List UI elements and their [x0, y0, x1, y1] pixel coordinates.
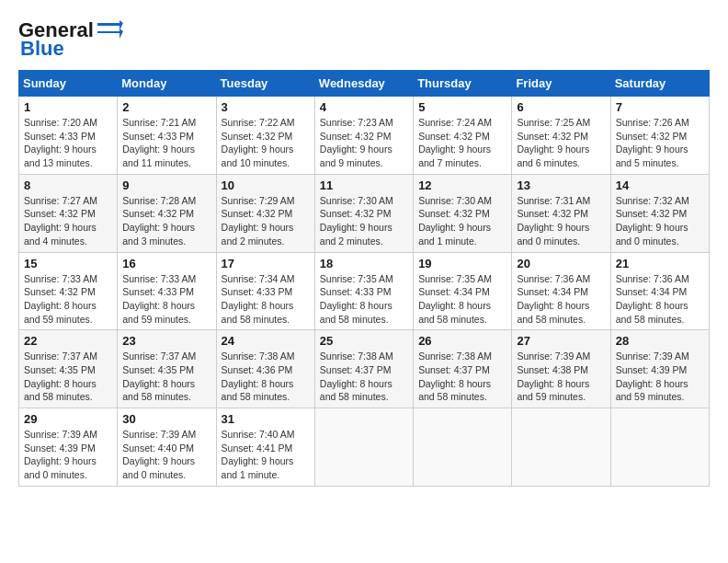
day-info: Sunrise: 7:34 AM Sunset: 4:33 PM Dayligh… [222, 272, 310, 327]
col-header-saturday: Saturday [610, 71, 709, 97]
day-info: Sunrise: 7:24 AM Sunset: 4:32 PM Dayligh… [418, 116, 506, 170]
calendar-week-3: 15Sunrise: 7:33 AM Sunset: 4:32 PM Dayli… [19, 252, 710, 330]
day-info: Sunrise: 7:38 AM Sunset: 4:37 PM Dayligh… [320, 350, 408, 404]
day-number: 4 [320, 100, 408, 114]
day-number: 22 [24, 334, 112, 348]
day-info: Sunrise: 7:30 AM Sunset: 4:32 PM Dayligh… [320, 194, 408, 248]
logo-text-blue: Blue [20, 37, 64, 61]
day-number: 23 [122, 334, 210, 348]
day-number: 18 [320, 257, 408, 270]
day-info: Sunrise: 7:39 AM Sunset: 4:40 PM Dayligh… [122, 428, 210, 482]
day-info: Sunrise: 7:23 AM Sunset: 4:32 PM Dayligh… [320, 116, 408, 170]
day-info: Sunrise: 7:20 AM Sunset: 4:33 PM Dayligh… [24, 116, 112, 170]
calendar-cell: 19Sunrise: 7:35 AM Sunset: 4:34 PM Dayli… [414, 252, 512, 330]
calendar-cell [610, 408, 709, 487]
calendar-cell: 8Sunrise: 7:27 AM Sunset: 4:32 PM Daylig… [19, 174, 118, 252]
calendar-cell: 2Sunrise: 7:21 AM Sunset: 4:33 PM Daylig… [118, 97, 216, 175]
calendar-cell: 1Sunrise: 7:20 AM Sunset: 4:33 PM Daylig… [19, 97, 118, 175]
calendar-week-5: 29Sunrise: 7:39 AM Sunset: 4:39 PM Dayli… [19, 408, 710, 487]
day-number: 19 [418, 257, 506, 270]
calendar-cell: 5Sunrise: 7:24 AM Sunset: 4:32 PM Daylig… [414, 97, 512, 175]
col-header-monday: Monday [118, 71, 216, 97]
calendar-cell: 11Sunrise: 7:30 AM Sunset: 4:32 PM Dayli… [314, 174, 413, 252]
day-info: Sunrise: 7:27 AM Sunset: 4:32 PM Dayligh… [24, 194, 112, 248]
calendar-cell: 15Sunrise: 7:33 AM Sunset: 4:32 PM Dayli… [19, 252, 118, 330]
col-header-wednesday: Wednesday [314, 71, 413, 97]
calendar-cell: 25Sunrise: 7:38 AM Sunset: 4:37 PM Dayli… [314, 330, 413, 408]
day-info: Sunrise: 7:39 AM Sunset: 4:38 PM Dayligh… [517, 350, 605, 404]
calendar-header-row: SundayMondayTuesdayWednesdayThursdayFrid… [19, 71, 710, 97]
day-info: Sunrise: 7:21 AM Sunset: 4:33 PM Dayligh… [122, 116, 210, 170]
day-number: 13 [517, 178, 605, 192]
day-number: 14 [616, 178, 704, 192]
calendar-cell: 22Sunrise: 7:37 AM Sunset: 4:35 PM Dayli… [19, 330, 118, 408]
page-header: General Blue [18, 18, 710, 61]
day-number: 26 [418, 334, 506, 348]
calendar-cell: 13Sunrise: 7:31 AM Sunset: 4:32 PM Dayli… [512, 174, 610, 252]
calendar-cell: 14Sunrise: 7:32 AM Sunset: 4:32 PM Dayli… [610, 174, 709, 252]
calendar-cell: 16Sunrise: 7:33 AM Sunset: 4:33 PM Dayli… [118, 252, 216, 330]
col-header-tuesday: Tuesday [216, 71, 314, 97]
day-number: 25 [320, 334, 408, 348]
day-number: 6 [517, 100, 605, 114]
day-info: Sunrise: 7:36 AM Sunset: 4:34 PM Dayligh… [517, 272, 605, 327]
calendar-week-1: 1Sunrise: 7:20 AM Sunset: 4:33 PM Daylig… [19, 97, 710, 175]
day-number: 28 [616, 334, 704, 348]
calendar-cell: 7Sunrise: 7:26 AM Sunset: 4:32 PM Daylig… [610, 97, 709, 175]
calendar-cell: 23Sunrise: 7:37 AM Sunset: 4:35 PM Dayli… [118, 330, 216, 408]
calendar-cell: 18Sunrise: 7:35 AM Sunset: 4:33 PM Dayli… [314, 252, 413, 330]
day-info: Sunrise: 7:37 AM Sunset: 4:35 PM Dayligh… [24, 350, 112, 404]
day-number: 31 [222, 412, 310, 426]
day-number: 5 [418, 100, 506, 114]
day-number: 7 [616, 100, 704, 114]
calendar-cell: 21Sunrise: 7:36 AM Sunset: 4:34 PM Dayli… [610, 252, 709, 330]
calendar-cell: 26Sunrise: 7:38 AM Sunset: 4:37 PM Dayli… [414, 330, 512, 408]
calendar-cell: 29Sunrise: 7:39 AM Sunset: 4:39 PM Dayli… [19, 408, 118, 487]
day-number: 9 [122, 178, 210, 192]
calendar-cell: 17Sunrise: 7:34 AM Sunset: 4:33 PM Dayli… [216, 252, 314, 330]
calendar-cell [512, 408, 610, 487]
day-info: Sunrise: 7:31 AM Sunset: 4:32 PM Dayligh… [517, 194, 605, 248]
col-header-sunday: Sunday [19, 71, 118, 97]
svg-marker-1 [97, 29, 123, 39]
calendar-week-4: 22Sunrise: 7:37 AM Sunset: 4:35 PM Dayli… [19, 330, 710, 408]
day-info: Sunrise: 7:33 AM Sunset: 4:32 PM Dayligh… [24, 272, 112, 327]
day-number: 10 [222, 178, 310, 192]
day-number: 29 [24, 412, 112, 426]
day-number: 27 [517, 334, 605, 348]
day-number: 15 [24, 257, 112, 270]
day-number: 17 [222, 257, 310, 270]
calendar-cell [414, 408, 512, 487]
day-info: Sunrise: 7:35 AM Sunset: 4:33 PM Dayligh… [320, 272, 408, 327]
calendar-cell: 4Sunrise: 7:23 AM Sunset: 4:32 PM Daylig… [314, 97, 413, 175]
day-info: Sunrise: 7:25 AM Sunset: 4:32 PM Dayligh… [517, 116, 605, 170]
col-header-thursday: Thursday [414, 71, 512, 97]
day-number: 3 [222, 100, 310, 114]
day-number: 11 [320, 178, 408, 192]
calendar-cell: 20Sunrise: 7:36 AM Sunset: 4:34 PM Dayli… [512, 252, 610, 330]
day-number: 21 [616, 257, 704, 270]
calendar-cell: 28Sunrise: 7:39 AM Sunset: 4:39 PM Dayli… [610, 330, 709, 408]
day-info: Sunrise: 7:36 AM Sunset: 4:34 PM Dayligh… [616, 272, 704, 327]
day-info: Sunrise: 7:30 AM Sunset: 4:32 PM Dayligh… [418, 194, 506, 248]
day-number: 20 [517, 257, 605, 270]
calendar-cell: 27Sunrise: 7:39 AM Sunset: 4:38 PM Dayli… [512, 330, 610, 408]
day-info: Sunrise: 7:32 AM Sunset: 4:32 PM Dayligh… [616, 194, 704, 248]
day-number: 1 [24, 100, 112, 114]
day-number: 8 [24, 178, 112, 192]
day-info: Sunrise: 7:39 AM Sunset: 4:39 PM Dayligh… [24, 428, 112, 482]
calendar-table: SundayMondayTuesdayWednesdayThursdayFrid… [18, 70, 710, 487]
calendar-cell: 31Sunrise: 7:40 AM Sunset: 4:41 PM Dayli… [216, 408, 314, 487]
calendar-cell [314, 408, 413, 487]
calendar-cell: 10Sunrise: 7:29 AM Sunset: 4:32 PM Dayli… [216, 174, 314, 252]
calendar-cell: 12Sunrise: 7:30 AM Sunset: 4:32 PM Dayli… [414, 174, 512, 252]
logo-arrow-icon [94, 20, 123, 40]
day-info: Sunrise: 7:33 AM Sunset: 4:33 PM Dayligh… [122, 272, 210, 327]
calendar-cell: 6Sunrise: 7:25 AM Sunset: 4:32 PM Daylig… [512, 97, 610, 175]
day-info: Sunrise: 7:26 AM Sunset: 4:32 PM Dayligh… [616, 116, 704, 170]
day-number: 24 [222, 334, 310, 348]
day-info: Sunrise: 7:39 AM Sunset: 4:39 PM Dayligh… [616, 350, 704, 404]
day-number: 16 [122, 257, 210, 270]
col-header-friday: Friday [512, 71, 610, 97]
day-info: Sunrise: 7:22 AM Sunset: 4:32 PM Dayligh… [222, 116, 310, 170]
